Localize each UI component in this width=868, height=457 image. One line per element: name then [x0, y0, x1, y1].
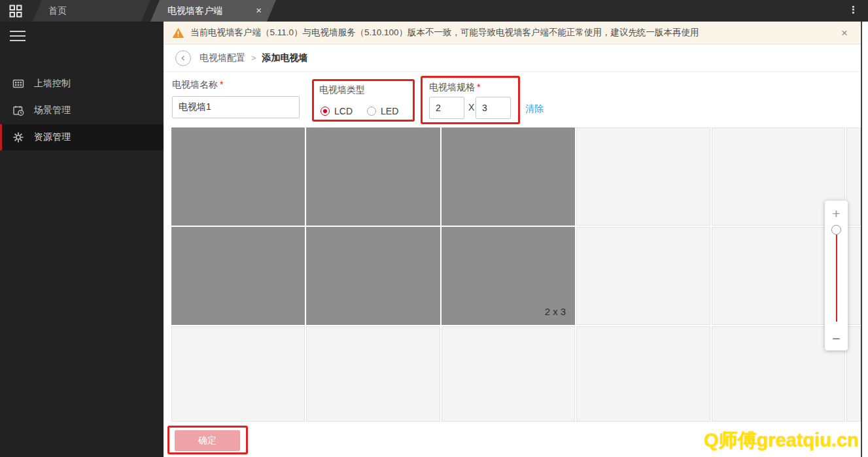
- selection-size-label: 2 x 3: [545, 306, 566, 317]
- video-wall-client-window: 首页 电视墙客户端 × ⋮ 上墙控制: [0, 0, 868, 457]
- wall-name-label: 电视墙名称*: [172, 79, 223, 91]
- spec-multiply-label: X: [468, 102, 474, 112]
- tab-close-icon[interactable]: ×: [256, 5, 262, 16]
- radio-indicator-led[interactable]: [367, 107, 376, 116]
- radio-option-lcd[interactable]: LCD: [321, 106, 353, 116]
- resource-manage-icon: [12, 131, 24, 143]
- banner-close-icon[interactable]: ×: [841, 27, 848, 40]
- wall-spec-label: 电视墙规格*: [429, 82, 480, 93]
- warning-icon: [172, 27, 184, 39]
- tab-active-label: 电视墙客户端: [167, 5, 222, 17]
- content-right-border: [861, 22, 862, 457]
- grid-cell[interactable]: [846, 326, 861, 422]
- zoom-slider-handle[interactable]: [831, 225, 841, 235]
- grid-cell[interactable]: [171, 326, 305, 422]
- breadcrumb-current: 添加电视墙: [262, 52, 308, 64]
- grid-cell[interactable]: [171, 127, 305, 226]
- breadcrumb-separator-icon: >: [251, 53, 256, 63]
- sidebar-item-label: 上墙控制: [34, 78, 71, 90]
- required-asterisk: *: [477, 82, 480, 92]
- radio-label-lcd: LCD: [334, 106, 353, 116]
- zoom-in-icon[interactable]: +: [825, 206, 848, 222]
- spec-cols-input[interactable]: [476, 97, 511, 119]
- grid-cell[interactable]: [442, 127, 575, 226]
- confirm-button[interactable]: 确定: [175, 430, 240, 451]
- radio-indicator-lcd[interactable]: [321, 107, 330, 116]
- back-button[interactable]: [175, 50, 191, 66]
- top-tab-bar: 首页 电视墙客户端 × ⋮: [0, 0, 868, 22]
- more-options-icon[interactable]: ⋮: [848, 4, 858, 16]
- radio-option-led[interactable]: LED: [367, 106, 398, 116]
- wall-control-icon: [12, 78, 24, 90]
- breadcrumb-parent[interactable]: 电视墙配置: [200, 52, 245, 64]
- grid-cell[interactable]: [576, 227, 710, 325]
- wall-name-input[interactable]: [172, 96, 300, 118]
- grid-cell[interactable]: [846, 127, 861, 226]
- tab-home-label: 首页: [48, 5, 67, 17]
- watermark-text: Q师傅greatqiu.cn: [704, 428, 859, 454]
- zoom-slider-track[interactable]: [836, 235, 838, 322]
- zoom-slider-panel: + −: [825, 201, 848, 350]
- scene-manage-icon: [12, 105, 24, 116]
- grid-cell[interactable]: [576, 326, 710, 422]
- required-asterisk: *: [220, 79, 223, 90]
- radio-label-led: LED: [381, 106, 398, 116]
- grid-cell[interactable]: [171, 227, 305, 325]
- clear-link[interactable]: 清除: [525, 103, 544, 115]
- grid-cell[interactable]: [306, 227, 440, 325]
- sidebar-item-wall-control[interactable]: 上墙控制: [0, 71, 164, 97]
- wall-grid: 2 x 3: [171, 127, 861, 422]
- spec-rows-input[interactable]: [429, 97, 464, 119]
- breadcrumb: 电视墙配置 > 添加电视墙: [164, 44, 862, 72]
- grid-cell[interactable]: [576, 127, 710, 226]
- collapse-menu-icon[interactable]: [10, 31, 26, 44]
- sidebar-item-label: 场景管理: [34, 105, 71, 116]
- grid-cell[interactable]: [442, 326, 575, 422]
- chevron-left-icon: [179, 54, 187, 62]
- grid-cell[interactable]: 2 x 3: [442, 227, 575, 325]
- wall-type-label: 电视墙类型: [319, 84, 365, 96]
- version-warning-banner: 当前电视墙客户端（5.11.0）与电视墙服务（5.10.100）版本不一致，可能…: [164, 22, 862, 44]
- wall-type-radio-group: LCD LED: [321, 106, 413, 116]
- grid-cell[interactable]: [306, 326, 440, 422]
- app-launcher-grid-icon[interactable]: [9, 5, 22, 18]
- grid-cell[interactable]: [306, 127, 440, 226]
- sidebar-item-resource-manage[interactable]: 资源管理: [0, 124, 164, 150]
- tab-video-wall-client[interactable]: 电视墙客户端 ×: [150, 0, 276, 22]
- sidebar: 上墙控制 场景管理: [0, 22, 164, 457]
- sidebar-item-label: 资源管理: [34, 131, 71, 143]
- zoom-out-icon[interactable]: −: [825, 331, 848, 347]
- sidebar-item-scene-manage[interactable]: 场景管理: [0, 97, 164, 124]
- grid-cell[interactable]: [846, 227, 861, 325]
- tab-home[interactable]: 首页: [33, 0, 150, 22]
- warning-text: 当前电视墙客户端（5.11.0）与电视墙服务（5.10.100）版本不一致，可能…: [190, 27, 699, 39]
